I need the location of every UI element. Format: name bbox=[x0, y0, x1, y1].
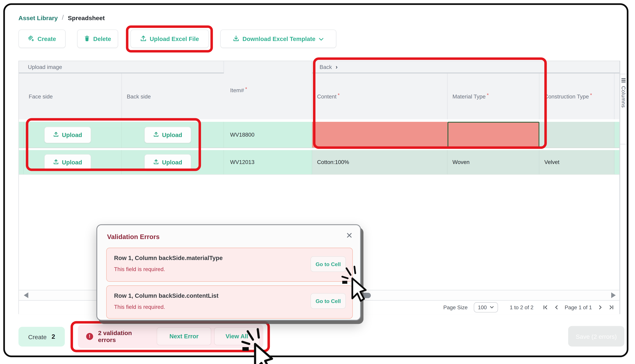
annotation-box-upload-buttons bbox=[26, 118, 201, 171]
error-location-text: Row 1, Column backSide.contentList bbox=[114, 292, 218, 299]
validation-errors-modal: Validation Errors ✕ Row 1, Column backSi… bbox=[96, 224, 361, 320]
chevron-down-icon bbox=[490, 306, 494, 309]
page-navigation: Page 1 of 1 bbox=[543, 304, 614, 310]
error-message-text: This field is required. bbox=[114, 266, 165, 272]
go-to-cell-button[interactable]: Go to Cell bbox=[310, 293, 346, 309]
click-cursor-icon bbox=[341, 266, 367, 304]
first-page-icon[interactable] bbox=[543, 305, 548, 310]
page-size-select[interactable]: 100 bbox=[474, 302, 498, 312]
column-header-face-side[interactable]: Face side bbox=[24, 73, 122, 119]
annotation-box-validation-footer bbox=[70, 321, 270, 352]
delete-button[interactable]: Delete bbox=[77, 30, 118, 48]
material-type-cell[interactable]: Woven bbox=[448, 150, 540, 174]
construction-type-cell[interactable] bbox=[539, 122, 614, 148]
go-to-cell-button[interactable]: Go to Cell bbox=[310, 256, 346, 272]
row-select-cell[interactable] bbox=[19, 122, 24, 148]
create-pen-icon bbox=[28, 35, 34, 42]
column-header-back-side[interactable]: Back side bbox=[122, 73, 224, 119]
item-number-value: WV18800 bbox=[230, 132, 254, 138]
page-size-label: Page Size bbox=[443, 304, 468, 310]
modal-title: Validation Errors bbox=[107, 233, 160, 241]
download-template-button[interactable]: Download Excel Template bbox=[220, 30, 336, 48]
breadcrumb: Asset Library / Spreadsheet bbox=[18, 14, 105, 21]
column-header-item[interactable]: Item#* bbox=[224, 61, 312, 119]
material-type-value: Woven bbox=[452, 159, 470, 165]
click-cursor-icon bbox=[241, 328, 273, 364]
breadcrumb-spreadsheet: Spreadsheet bbox=[68, 14, 105, 21]
trash-icon bbox=[84, 35, 90, 42]
close-icon[interactable]: ✕ bbox=[346, 230, 353, 240]
row-right-spacer bbox=[614, 150, 620, 174]
columns-list-icon bbox=[621, 78, 625, 82]
download-icon bbox=[233, 35, 239, 42]
columns-tab-label: Columns bbox=[620, 86, 626, 108]
column-header-item-label: Item# bbox=[230, 87, 244, 93]
create-button[interactable]: Create bbox=[18, 30, 66, 48]
column-header-back-side-label: Back side bbox=[127, 93, 151, 100]
create-rows-count: 2 bbox=[52, 333, 55, 340]
column-header-construction-type-label: Construction Type bbox=[544, 93, 589, 100]
required-asterisk: * bbox=[590, 92, 592, 98]
page-indicator-text: Page 1 of 1 bbox=[564, 304, 592, 310]
last-page-icon[interactable] bbox=[609, 305, 614, 310]
download-template-button-label: Download Excel Template bbox=[242, 36, 316, 42]
app-root: Asset Library / Spreadsheet Create Delet… bbox=[0, 0, 635, 364]
create-rows-button[interactable]: Create 2 bbox=[18, 327, 65, 346]
construction-type-value: Velvet bbox=[544, 159, 559, 165]
delete-button-label: Delete bbox=[93, 36, 111, 42]
construction-type-cell[interactable]: Velvet bbox=[539, 150, 614, 174]
content-value: Cotton:100% bbox=[317, 159, 349, 165]
content-cell[interactable]: Cotton:100% bbox=[312, 150, 448, 174]
breadcrumb-separator: / bbox=[62, 14, 64, 21]
header-right-spacer bbox=[614, 73, 620, 119]
item-number-value: WV12013 bbox=[230, 159, 254, 165]
save-button-disabled[interactable]: Save (2 errors) bbox=[568, 326, 624, 346]
group-header-upload-image: Upload image bbox=[19, 61, 224, 74]
error-location-text: Row 1, Column backSide.materialType bbox=[114, 255, 223, 261]
header-row-select-spacer bbox=[19, 73, 24, 119]
column-header-face-side-label: Face side bbox=[29, 93, 53, 100]
annotation-box-back-columns bbox=[313, 58, 547, 149]
next-page-icon[interactable] bbox=[599, 305, 602, 310]
page-size-value: 100 bbox=[478, 304, 487, 310]
scroll-left-arrow-icon[interactable] bbox=[24, 292, 28, 298]
row-right-spacer bbox=[614, 122, 620, 148]
row-range-text: 1 to 2 of 2 bbox=[510, 304, 534, 310]
required-asterisk: * bbox=[245, 86, 247, 92]
validation-error-card: Row 1, Column backSide.contentList This … bbox=[106, 286, 353, 318]
chevron-down-icon bbox=[319, 36, 324, 42]
row-select-cell[interactable] bbox=[19, 150, 24, 174]
item-number-cell[interactable]: WV12013 bbox=[224, 150, 312, 174]
annotation-box-upload-excel bbox=[126, 26, 213, 52]
error-message-text: This field is required. bbox=[114, 304, 165, 310]
create-button-label: Create bbox=[38, 36, 56, 42]
previous-page-icon[interactable] bbox=[554, 305, 558, 310]
item-number-cell[interactable]: WV18800 bbox=[224, 122, 312, 148]
column-header-construction-type[interactable]: Construction Type* bbox=[539, 73, 614, 119]
validation-error-card: Row 1, Column backSide.materialType This… bbox=[106, 248, 353, 282]
breadcrumb-asset-library[interactable]: Asset Library bbox=[18, 14, 58, 21]
columns-panel-tab[interactable]: Columns bbox=[620, 74, 626, 144]
create-rows-label: Create bbox=[28, 333, 47, 340]
scroll-right-arrow-icon[interactable] bbox=[611, 292, 616, 298]
group-header-upload-image-label: Upload image bbox=[28, 64, 62, 70]
